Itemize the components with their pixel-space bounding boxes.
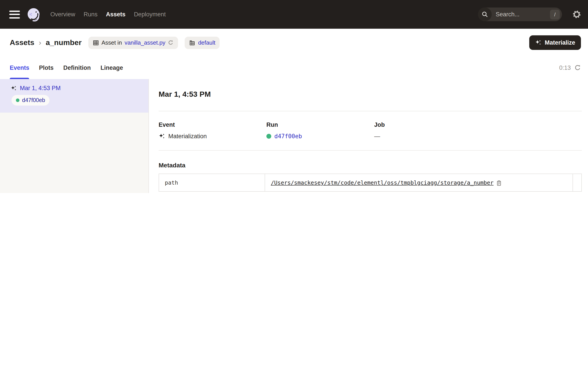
search-box[interactable]: / <box>478 7 562 21</box>
job-label: Job <box>374 122 482 128</box>
sparkle-icon <box>535 39 542 46</box>
materialization-icon <box>11 85 17 91</box>
tabs: Events Plots Definition Lineage <box>10 57 123 79</box>
run-id-link[interactable]: d47f00eb <box>274 133 302 140</box>
search-icon <box>478 7 492 21</box>
group-badge[interactable]: default <box>185 37 220 49</box>
asset-file-link[interactable]: vanilla_asset.py <box>125 39 166 46</box>
run-badge-label: d47f00eb <box>22 97 45 103</box>
event-list-sidebar: Mar 1, 4:53 PM d47f00eb <box>0 79 149 193</box>
materialization-icon <box>159 133 165 140</box>
refresh-icon[interactable] <box>574 64 581 71</box>
tab-lineage[interactable]: Lineage <box>101 57 123 79</box>
breadcrumb-assets-link[interactable]: Assets <box>10 38 34 47</box>
materialize-button[interactable]: Materialize <box>529 35 581 50</box>
run-column: Run d47f00eb <box>266 122 374 140</box>
metadata-table: path /Users/smackesey/stm/code/elementl/… <box>159 174 582 192</box>
menu-button[interactable] <box>9 9 20 19</box>
page-header: Assets › a_number Asset in vanilla_asset… <box>0 29 588 57</box>
metadata-key: path <box>159 174 265 191</box>
tab-plots[interactable]: Plots <box>39 57 54 79</box>
event-column: Event Materialization <box>159 122 266 140</box>
tab-bar: Events Plots Definition Lineage 0:13 <box>0 57 588 79</box>
run-status-dot <box>16 99 20 102</box>
asset-definition-badge[interactable]: Asset in vanilla_asset.py <box>88 37 178 49</box>
page-title: a_number <box>46 38 82 47</box>
top-nav: Overview Runs Assets Deployment / <box>0 0 588 29</box>
nav-assets[interactable]: Assets <box>106 11 126 18</box>
nav-deployment[interactable]: Deployment <box>134 11 166 18</box>
event-title: Mar 1, 4:53 PM <box>159 90 582 99</box>
table-spacer-cell <box>573 174 582 191</box>
app-window: Overview Runs Assets Deployment / <box>0 0 588 193</box>
materialize-label: Materialize <box>545 39 575 46</box>
asset-badge-text: Asset in <box>101 39 122 46</box>
divider <box>159 150 582 151</box>
divider <box>159 111 582 111</box>
refresh-area: 0:13 <box>559 57 581 79</box>
settings-gear-icon[interactable] <box>572 10 581 19</box>
primary-nav: Overview Runs Assets Deployment <box>50 11 166 18</box>
group-default-link[interactable]: default <box>198 39 215 46</box>
event-timestamp-link[interactable]: Mar 1, 4:53 PM <box>20 85 61 91</box>
run-badge[interactable]: d47f00eb <box>11 95 49 105</box>
copy-clipboard-icon[interactable] <box>496 180 502 186</box>
nav-overview[interactable]: Overview <box>50 11 75 18</box>
event-list-item[interactable]: Mar 1, 4:53 PM d47f00eb <box>0 79 148 113</box>
menu-bar <box>9 17 20 18</box>
repo-grid-icon <box>189 40 195 46</box>
run-label: Run <box>266 122 374 128</box>
job-value: — <box>374 133 482 140</box>
table-row: path /Users/smackesey/stm/code/elementl/… <box>159 174 582 191</box>
job-column: Job — <box>374 122 482 140</box>
menu-bar <box>9 10 20 12</box>
nav-right: / <box>478 7 581 21</box>
search-shortcut-badge: / <box>550 9 560 19</box>
metadata-heading: Metadata <box>159 162 582 169</box>
tab-events[interactable]: Events <box>10 57 29 79</box>
event-summary-columns: Event Materialization Run <box>159 122 582 140</box>
refresh-countdown: 0:13 <box>559 64 571 71</box>
breadcrumb: Assets › a_number Asset in vanilla_asset… <box>10 37 220 49</box>
path-link[interactable]: /Users/smackesey/stm/code/elementl/oss/t… <box>271 179 493 186</box>
run-status-dot <box>266 134 271 139</box>
dagster-logo-icon[interactable] <box>26 7 41 22</box>
search-input[interactable] <box>492 11 550 18</box>
event-detail-panel: Mar 1, 4:53 PM Event Materialization <box>149 79 588 193</box>
menu-bar <box>9 14 20 15</box>
nav-runs[interactable]: Runs <box>84 11 98 18</box>
reload-definition-icon[interactable] <box>168 40 174 45</box>
tab-definition[interactable]: Definition <box>63 57 91 79</box>
table-grid-icon <box>93 40 99 46</box>
event-type-value: Materialization <box>168 133 207 140</box>
breadcrumb-chevron-icon: › <box>39 38 41 47</box>
content: Mar 1, 4:53 PM d47f00eb Mar 1, 4:53 PM E… <box>0 79 588 193</box>
event-label: Event <box>159 122 266 128</box>
